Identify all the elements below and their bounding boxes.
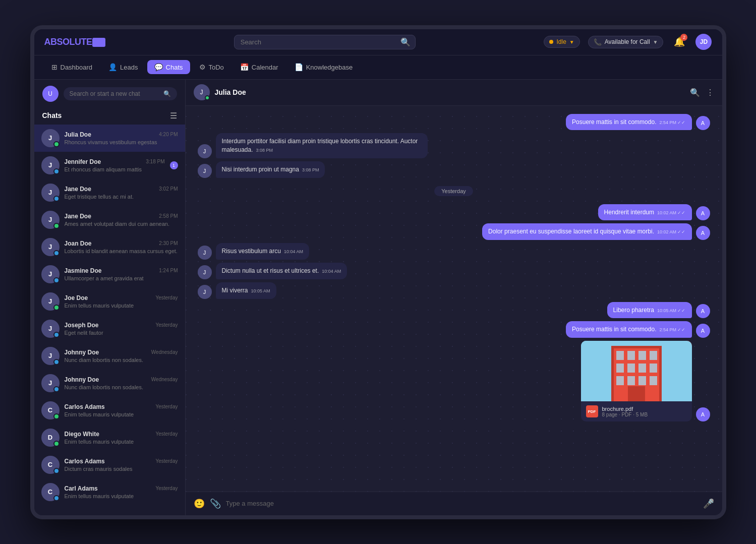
message-input[interactable] [226,500,698,507]
status-indicator [53,441,60,447]
chat-preview: Enim tellus mauris vulputate [65,439,178,445]
chat-time: Wednesday [151,349,178,355]
chat-info: Jane Doe 2:58 PM Ames amet volutpat diam… [65,213,178,227]
chat-header-actions: 🔍 ⋮ [690,88,714,97]
message-bubble: Dictum nulla ut et risus et ultrices et.… [216,263,347,279]
chat-list-item[interactable]: J Jasmine Doe 1:24 PM Ullamcorper a amet… [34,261,185,288]
online-indicator [205,95,210,100]
chat-preview: Enim tellus mauris vulputate [65,303,178,309]
sidebar-search-input[interactable] [70,90,159,97]
nav-item-dashboard[interactable]: ⊞ Dashboard [44,60,100,74]
sidebar-header: U 🔍 [34,80,185,108]
chat-name: Carl Adams [65,485,98,492]
attachment-image [581,341,692,401]
chat-list-item[interactable]: J Jane Doe 2:58 PM Ames amet volutpat di… [34,206,185,233]
chat-preview: Rhoncus vivamus vestibulum egestas [65,139,178,145]
message-row: J Risus vestibulum arcu10:04 AM [198,243,710,260]
user-avatar[interactable]: JD [695,34,712,50]
chat-list-item[interactable]: J Julia Doe 4:20 PM Rhoncus vivamus vest… [34,125,185,152]
sidebar-search-bar[interactable]: 🔍 [64,87,177,100]
search-input[interactable] [234,35,416,49]
nav-item-chats[interactable]: 💬 Chats [147,60,190,74]
chat-list-item[interactable]: D Diego White Yesterday Enim tellus maur… [34,424,185,451]
svg-rect-14 [650,376,657,385]
emoji-button[interactable]: 🙂 [194,498,205,509]
chat-time: Yesterday [155,431,178,437]
search-bar[interactable]: 🔍 [234,35,416,49]
chat-list-item[interactable]: J Joe Doe Yesterday Enim tellus mauris v… [34,288,185,315]
menu-icon[interactable]: ☰ [170,111,177,120]
chat-list-item[interactable]: C Carlos Adams Yesterday Enim tellus mau… [34,397,185,424]
chat-preview: Et rhoncus diam aliquam mattis [65,166,165,172]
message-group: PDF brochure.pdf 8 page · PDF · 5 MB [581,341,692,421]
status-indicator [53,250,60,256]
chat-avatar: C [41,401,60,419]
chat-time: 3:18 PM [146,159,164,164]
chat-avatar: J [41,265,60,283]
message-bubble: Posuere mattis in sit commodo.2:54 PM ✓✓ [566,114,691,131]
chat-preview: Ullamcorper a amet gravida erat [65,275,178,281]
chat-list-item[interactable]: J Joseph Doe Yesterday Eget nelit fautor [34,315,185,342]
message-time: 10:05 AM ✓✓ [657,308,686,313]
sender-avatar: A [696,226,710,240]
chat-name: Carlos Adams [65,458,105,465]
chat-list-item[interactable]: J Jennifer Doe 3:18 PM Et rhoncus diam a… [34,152,185,179]
notifications-button[interactable]: 🔔 2 [671,34,687,50]
status-label: Idle [556,38,566,45]
main-content: U 🔍 Chats ☰ J Julia [34,80,722,515]
more-options-button[interactable]: ⋮ [706,88,714,97]
building-svg [581,341,692,401]
chat-list-item[interactable]: J Johnny Doe Wednesday Nunc diam loborti… [34,342,185,370]
message-time: 3:08 PM [302,167,319,172]
nav-item-knowledgebase[interactable]: 📄 Knowledgebase [287,60,360,74]
search-icon: 🔍 [400,37,411,47]
chat-info: Jane Doe 3:02 PM Eget tristique tellus a… [65,186,178,200]
attachment-button[interactable]: 📎 [210,498,221,509]
search-messages-button[interactable]: 🔍 [690,88,700,97]
sender-avatar: A [696,407,710,421]
message-bubble: Interdum porttitor facilisi diam proin t… [216,133,428,158]
receiver-avatar: J [198,144,212,158]
status-indicator [53,305,60,311]
mic-button[interactable]: 🎤 [703,498,714,509]
chat-list-item[interactable]: J Joan Doe 2:30 PM Lobortis id blandit a… [34,233,185,261]
chat-time: Yesterday [155,322,178,328]
svg-rect-12 [627,376,635,385]
chat-info: Diego White Yesterday Enim tellus mauris… [65,431,178,445]
status-badge[interactable]: Idle ▼ [544,36,579,48]
sidebar: U 🔍 Chats ☰ J Julia [34,80,186,515]
sidebar-user-avatar[interactable]: U [42,86,59,102]
chat-name: Johnny Doe [65,349,99,356]
sidebar-avatar-initial: U [48,90,52,97]
message-row: J Dictum nulla ut et risus et ultrices e… [198,263,710,279]
chat-name: Joan Doe [65,240,92,247]
chat-list-item[interactable]: J Johnny Doe Wednesday Nunc diam loborti… [34,370,185,397]
chat-list-item[interactable]: J Jane Doe 3:02 PM Eget tristique tellus… [34,179,185,206]
chat-list-item[interactable]: C Carlos Adams Yesterday Dictum cras mau… [34,451,185,478]
chat-area: J Julia Doe 🔍 ⋮ Posuere mattis in sit co… [186,80,722,515]
attachment-card[interactable]: PDF brochure.pdf 8 page · PDF · 5 MB [581,341,692,421]
nav-item-todo[interactable]: ⚙ ToDo [192,60,231,74]
nav-item-leads[interactable]: 👤 Leads [101,60,145,74]
chat-time: 4:20 PM [159,132,178,137]
chat-time: Yesterday [155,295,178,300]
logo: ABSOLUTECX [44,37,105,47]
svg-rect-13 [638,376,646,385]
message-row: J Nisi interdum proin ut magna3:08 PM [198,161,710,178]
chat-info: Joe Doe Yesterday Enim tellus mauris vul… [65,294,178,309]
chat-list-item[interactable]: C Carl Adams Yesterday Enim tellus mauri… [34,478,185,506]
message-bubble: Mi viverra10:05 AM [216,282,276,299]
status-indicator [53,168,60,174]
chat-avatar: C [41,456,60,474]
chat-name: Johnny Doe [65,376,99,383]
attachment-footer: PDF brochure.pdf 8 page · PDF · 5 MB [581,401,692,421]
pdf-icon: PDF [586,405,598,417]
nav-item-calendar[interactable]: 📅 Calendar [233,60,285,74]
message-row: J Mi viverra10:05 AM [198,282,710,299]
chat-name: Jasmine Doe [65,267,102,274]
top-right-actions: Idle ▼ 📞 Available for Call ▼ 🔔 2 JD [544,34,712,50]
status-chevron-icon: ▼ [569,39,574,45]
svg-rect-15 [628,386,645,401]
call-badge[interactable]: 📞 Available for Call ▼ [588,36,664,48]
svg-rect-4 [627,351,635,360]
